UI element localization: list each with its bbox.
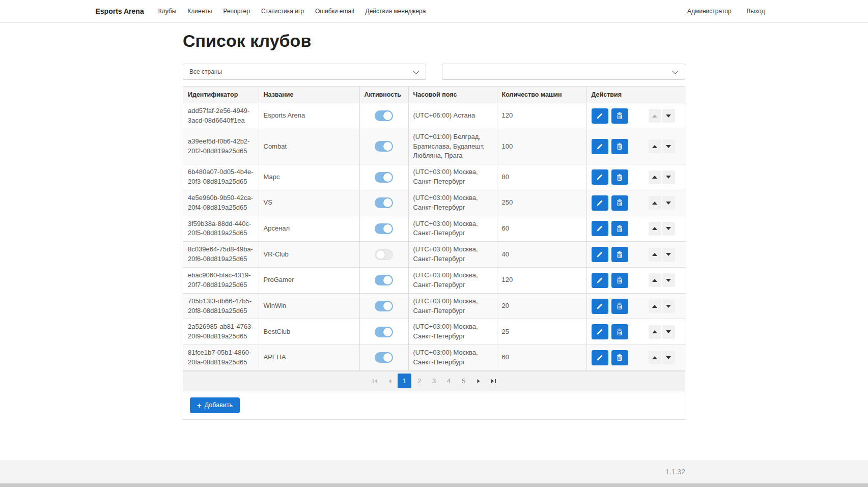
move-up-button[interactable] <box>649 196 661 210</box>
column-header-3: Часовой пояс <box>408 87 497 103</box>
move-up-button[interactable] <box>649 273 661 287</box>
pencil-icon <box>596 251 603 258</box>
move-up-button[interactable] <box>649 325 661 339</box>
move-down-button[interactable] <box>662 299 675 313</box>
pagination-page-3[interactable]: 3 <box>427 374 441 388</box>
chevron-down-icon <box>672 68 679 74</box>
pagination-page-2[interactable]: 2 <box>412 374 426 388</box>
pagination-first-button[interactable] <box>368 374 382 388</box>
edit-button[interactable] <box>592 139 608 154</box>
club-name: Combat <box>259 129 359 164</box>
delete-button[interactable] <box>611 169 628 185</box>
club-name: Марс <box>259 164 359 190</box>
delete-button[interactable] <box>611 247 628 262</box>
pencil-icon <box>596 277 603 284</box>
pagination-prev-button[interactable] <box>383 374 397 388</box>
pagination-page-5[interactable]: 5 <box>457 374 470 388</box>
pager-arrow-icon <box>372 379 378 384</box>
delete-button[interactable] <box>611 221 628 236</box>
edit-button[interactable] <box>592 299 608 314</box>
activity-toggle[interactable] <box>375 197 393 208</box>
move-down-button[interactable] <box>662 325 675 339</box>
pager-arrow-icon <box>387 379 393 384</box>
arrow-up-icon <box>652 145 657 148</box>
nav-item-0[interactable]: Клубы <box>153 8 182 15</box>
activity-toggle[interactable] <box>375 172 393 183</box>
pagination-page-4[interactable]: 4 <box>442 374 456 388</box>
club-id: 4e5e960b-9b50-42ca-20f4-08d819a25d65 <box>183 190 259 216</box>
move-up-button[interactable] <box>649 299 661 313</box>
delete-button[interactable] <box>611 139 628 154</box>
table-header-row: ИдентификаторНазваниеАктивностьЧасовой п… <box>183 87 686 103</box>
arrow-down-icon <box>666 145 671 148</box>
arrow-down-icon <box>666 114 671 118</box>
secondary-select[interactable] <box>442 64 685 80</box>
edit-button[interactable] <box>592 247 608 262</box>
column-header-2: Активность <box>359 87 408 103</box>
move-down-button[interactable] <box>662 170 675 184</box>
club-id: 705b13f3-db66-47b5-20f8-08d819a25d65 <box>183 293 259 319</box>
activity-toggle[interactable] <box>375 223 393 234</box>
activity-toggle[interactable] <box>375 249 393 260</box>
edit-button[interactable] <box>592 273 608 288</box>
edit-button[interactable] <box>592 324 608 339</box>
move-up-button[interactable] <box>649 351 661 364</box>
activity-toggle[interactable] <box>375 141 393 152</box>
move-down-button[interactable] <box>662 196 675 210</box>
move-down-button[interactable] <box>662 273 675 287</box>
nav-item-3[interactable]: Статистика игр <box>256 8 310 15</box>
brand-logo[interactable]: Esports Arena <box>96 7 144 15</box>
move-up-button[interactable] <box>649 248 661 262</box>
trash-icon <box>616 112 623 120</box>
club-timezone: (UTC+03:00) Москва, Санкт-Петербург <box>408 319 497 345</box>
delete-button[interactable] <box>611 273 628 288</box>
move-down-button[interactable] <box>662 139 675 153</box>
club-timezone: (UTC+03:00) Москва, Санкт-Петербург <box>408 164 497 190</box>
nav-item-2[interactable]: Репортер <box>217 8 255 15</box>
activity-toggle[interactable] <box>375 301 393 311</box>
club-machines: 80 <box>497 164 586 190</box>
delete-button[interactable] <box>611 350 628 365</box>
edit-button[interactable] <box>592 169 608 185</box>
page-title: Список клубов <box>183 32 685 50</box>
chevron-down-icon <box>413 68 419 74</box>
delete-button[interactable] <box>611 299 628 314</box>
nav-item-4[interactable]: Ошибки email <box>310 8 360 15</box>
club-machines: 40 <box>497 242 586 268</box>
edit-button[interactable] <box>592 350 608 365</box>
pagination-page-1[interactable]: 1 <box>398 374 411 388</box>
delete-button[interactable] <box>611 195 628 211</box>
edit-button[interactable] <box>592 221 608 236</box>
user-link[interactable]: Администратор <box>680 8 739 15</box>
move-down-button[interactable] <box>662 222 675 236</box>
nav-item-5[interactable]: Действия менеджера <box>360 8 432 15</box>
nav-item-1[interactable]: Клиенты <box>182 8 217 15</box>
main-menu: КлубыКлиентыРепортерСтатистика игрОшибки… <box>153 8 432 15</box>
club-machines: 60 <box>497 216 586 242</box>
logout-link[interactable]: Выход <box>739 8 773 15</box>
country-select[interactable]: Все страны <box>183 64 426 80</box>
edit-button[interactable] <box>592 108 608 124</box>
move-up-button[interactable] <box>649 222 661 236</box>
pagination-next-button[interactable] <box>471 374 485 388</box>
pagination-last-button[interactable] <box>486 374 500 388</box>
navbar: Esports Arena КлубыКлиентыРепортерСтатис… <box>0 0 868 23</box>
activity-toggle[interactable] <box>375 275 393 285</box>
move-up-button[interactable] <box>649 170 661 184</box>
activity-toggle[interactable] <box>375 352 393 363</box>
delete-button[interactable] <box>611 108 628 124</box>
move-down-button[interactable] <box>662 351 675 364</box>
move-down-button[interactable] <box>662 248 675 262</box>
edit-button[interactable] <box>592 195 608 211</box>
move-down-button[interactable] <box>662 109 675 123</box>
table-row: 4e5e960b-9b50-42ca-20f4-08d819a25d65VS(U… <box>183 190 686 216</box>
activity-toggle[interactable] <box>375 327 393 337</box>
activity-toggle[interactable] <box>375 110 393 121</box>
delete-button[interactable] <box>611 324 628 339</box>
move-up-button[interactable] <box>649 109 661 123</box>
add-club-button[interactable]: + Добавить <box>190 397 240 413</box>
club-name: VR-Club <box>259 242 359 268</box>
trash-icon <box>616 276 623 284</box>
move-up-button[interactable] <box>649 139 661 153</box>
pager-arrow-icon <box>476 379 481 384</box>
